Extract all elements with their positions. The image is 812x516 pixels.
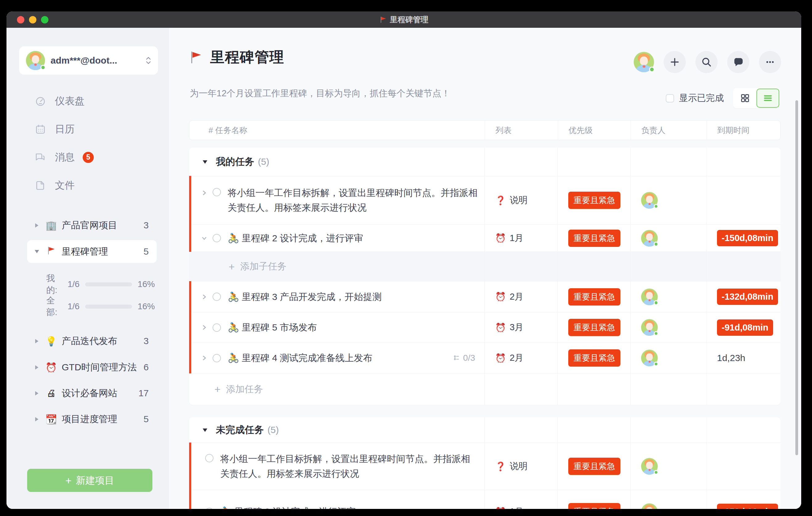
task-title[interactable]: 🚴 里程碑 5 市场发布 [228,320,317,335]
caret-down-icon[interactable] [202,160,208,164]
user-account-card[interactable]: adm***@doot... [19,46,158,75]
task-complete-circle[interactable] [205,454,213,462]
sidebar-item-messages[interactable]: 消息 5 [6,143,169,171]
chevron-right-icon[interactable] [201,189,208,197]
subtask-indicator: 0/3 [453,353,475,363]
chat-button[interactable] [727,51,749,73]
search-button[interactable] [695,51,718,73]
new-project-button[interactable]: + 新建项目 [27,469,152,492]
task-row[interactable]: 🚴 里程碑 4 测试完成准备线上发布 0/3 [189,343,781,373]
task-table: # 任务名称 列表 优先级 负责人 到期时间 我的任务 (5) [189,120,781,509]
chevron-right-icon[interactable] [201,354,208,362]
task-title[interactable]: 将小组一年工作目标拆解，设置出里程碑时间节点。并指派相关责任人。用标签来展示进行… [228,185,477,215]
priority-badge[interactable]: 重要且紧急 [568,319,620,336]
sidebar-project-design-sites[interactable]: 🖨 设计必备网站 17 [27,380,157,406]
task-row[interactable]: 将小组一年工作目标拆解，设置出里程碑时间节点。并指派相关责任人。用标签来展示进行… [189,442,781,490]
caret-down-icon[interactable] [33,249,40,254]
due-time-badge: -150d,08min [717,230,778,246]
group-header[interactable]: 未完成任务 (5) [189,417,781,442]
priority-badge[interactable]: 重要且紧急 [568,349,620,367]
current-user-avatar[interactable] [634,52,654,72]
list-view-button[interactable] [756,89,779,108]
file-icon [34,180,46,191]
alarm-icon: ⏰ [495,322,506,333]
sidebar-item-calendar[interactable]: 日历 [6,115,169,143]
chevron-down-icon[interactable] [201,236,208,241]
caret-right-icon[interactable] [33,417,40,422]
task-row[interactable]: 🚴 里程碑 5 市场发布 ⏰3月 重要且紧急 -91d,08min [189,312,781,343]
sidebar-item-files[interactable]: 文件 [6,171,169,199]
sidebar-project-official-site[interactable]: 🏢 产品官网项目 3 [27,212,157,238]
task-title[interactable]: 将小组一年工作目标拆解，设置出里程碑时间节点。并指派相关责任人。用标签来展示进行… [220,452,470,481]
caret-right-icon[interactable] [33,223,40,228]
priority-badge[interactable]: 重要且紧急 [568,230,620,247]
caret-right-icon[interactable] [33,391,40,396]
task-row[interactable]: 🚴 里程碑 2 设计完成，进行评审 ⏰1月 重要且紧急 -150d,08min [189,490,781,509]
add-subtask-row[interactable]: +添加子任务 [189,252,781,281]
page-title: 里程碑管理 [189,48,284,67]
alarm-icon: ⏰ [495,507,506,509]
traffic-lights [17,11,49,28]
sidebar-project-progress-mgmt[interactable]: 📆 项目进度管理 5 [27,406,157,432]
add-button[interactable] [664,51,686,73]
priority-badge[interactable]: 重要且紧急 [568,503,620,509]
view-controls: 显示已完成 [666,88,780,108]
priority-badge[interactable]: 重要且紧急 [568,192,620,209]
sidebar-project-gtd[interactable]: ⏰ GTD时间管理方法 6 [27,354,157,380]
caret-down-icon[interactable] [202,428,208,432]
task-complete-circle[interactable] [212,323,221,332]
flag-icon [189,50,202,64]
sidebar-nav: 仪表盘 日历 [6,87,169,199]
priority-badge[interactable]: 重要且紧急 [568,288,620,306]
project-emoji: 📆 [45,414,57,425]
zoom-window-button[interactable] [41,16,49,24]
close-window-button[interactable] [17,16,24,24]
task-complete-circle[interactable] [212,354,221,362]
task-group-my-tasks: 我的任务 (5) 将小组一年工作目标拆解，设置出里程碑时间节点。并指派相关责任人… [189,147,781,405]
task-row[interactable]: 🚴 里程碑 3 产品开发完成，开始提测 ⏰2月 重要且紧急 -132d,08mi… [189,281,781,312]
sidebar-project-iteration[interactable]: 💡 产品迭代发布 3 [27,328,157,354]
task-complete-circle[interactable] [212,234,221,242]
assignee-avatar[interactable] [641,230,658,247]
task-title[interactable]: 🚴 里程碑 2 设计完成，进行评审 [228,231,363,246]
project-emoji: ⏰ [45,362,57,373]
caret-right-icon[interactable] [33,365,40,370]
sidebar-item-label: 消息 [55,151,75,164]
minimize-window-button[interactable] [29,16,36,24]
chevron-right-icon[interactable] [201,324,208,331]
project-task-count: 3 [143,220,149,231]
sidebar-item-label: 日历 [55,122,75,136]
table-header: # 任务名称 列表 优先级 负责人 到期时间 [189,120,781,140]
task-title[interactable]: 🚴 里程碑 4 测试完成准备线上发布 [228,351,372,365]
group-count: (5) [267,425,279,435]
assignee-avatar[interactable] [641,503,658,509]
grid-view-button[interactable] [734,89,756,108]
assignee-avatar[interactable] [641,192,658,209]
assignee-avatar[interactable] [641,458,658,475]
priority-badge[interactable]: 重要且紧急 [568,458,620,475]
project-emoji: 💡 [45,336,57,347]
subtask-tree-icon [453,354,460,362]
vertical-scrollbar[interactable] [795,100,798,455]
more-button[interactable] [759,51,781,73]
assignee-avatar[interactable] [641,319,658,336]
group-header[interactable]: 我的任务 (5) [189,147,781,176]
assignee-avatar[interactable] [641,350,658,366]
sidebar-project-milestone-selected[interactable]: 里程碑管理 5 [27,240,157,263]
chevron-right-icon[interactable] [201,293,208,300]
task-complete-circle[interactable] [212,188,221,196]
task-complete-circle[interactable] [205,508,213,509]
progress-bar [85,305,132,309]
task-title[interactable]: 🚴 里程碑 2 设计完成，进行评审 [220,504,356,509]
task-title[interactable]: 🚴 里程碑 3 产品开发完成，开始提测 [228,289,382,304]
main-content: 里程碑管理 [169,28,801,509]
task-row[interactable]: 将小组一年工作目标拆解，设置出里程碑时间节点。并指派相关责任人。用标签来展示进行… [189,176,781,224]
caret-right-icon[interactable] [33,339,40,344]
add-task-row[interactable]: +添加任务 [189,373,781,405]
task-complete-circle[interactable] [212,292,221,301]
progress-all: 全部: 1/6 16% [46,302,155,311]
assignee-avatar[interactable] [641,289,658,305]
show-completed-checkbox[interactable] [666,94,674,103]
task-row[interactable]: 🚴 里程碑 2 设计完成，进行评审 ⏰1月 重要且紧急 -150d,08min [189,224,781,252]
sidebar-item-dashboard[interactable]: 仪表盘 [6,87,169,115]
